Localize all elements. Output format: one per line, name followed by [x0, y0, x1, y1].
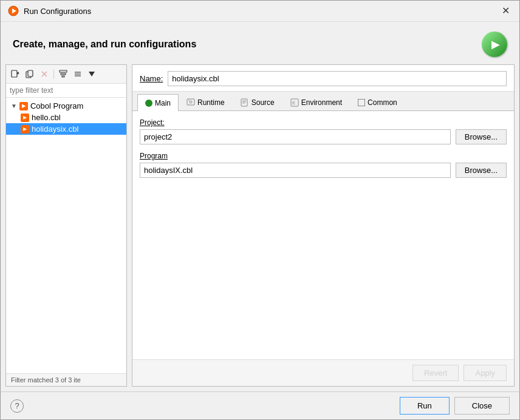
dialog-title: Run Configurations	[24, 7, 91, 16]
right-panel: Name: Main Runtime	[132, 64, 515, 387]
tab-runtime[interactable]: Runtime	[179, 94, 233, 110]
common-tab-icon	[358, 99, 365, 106]
dialog-header-title: Create, manage, and run configurations	[13, 39, 196, 50]
run-icon	[482, 32, 507, 57]
program-browse-button[interactable]: Browse...	[456, 163, 507, 178]
project-input[interactable]	[140, 129, 451, 144]
apply-button[interactable]: Apply	[464, 365, 507, 381]
svg-rect-11	[62, 76, 64, 77]
program-input[interactable]	[140, 163, 451, 178]
svg-rect-9	[60, 70, 67, 72]
tab-environment-label: Environment	[301, 98, 342, 107]
svg-rect-6	[28, 70, 33, 76]
title-bar-left: Run Configurations	[8, 5, 91, 16]
help-button[interactable]: ?	[10, 399, 24, 413]
project-field-row: Browse...	[140, 129, 507, 144]
duplicate-button[interactable]	[23, 67, 36, 81]
tab-environment[interactable]: E Environment	[282, 94, 350, 110]
tab-source-label: Source	[251, 98, 275, 107]
configuration-tabs: Main Runtime	[132, 92, 514, 111]
tree-root-node[interactable]: ▼ ▶ Cobol Program	[6, 100, 126, 112]
left-panel: ▼ ▶ Cobol Program ▶ hello.cbl ▶ holidays…	[5, 64, 127, 387]
left-toolbar	[6, 65, 126, 84]
svg-rect-19	[241, 99, 247, 106]
source-tab-icon	[241, 98, 249, 107]
dialog-header: Create, manage, and run configurations	[1, 22, 519, 64]
tab-content-main: Project: Browse... Program Browse...	[132, 111, 514, 359]
toolbar-separator	[53, 69, 54, 79]
runtime-tab-icon	[186, 98, 195, 107]
tree-root-label: Cobol Program	[30, 101, 83, 110]
main-tab-icon	[145, 100, 152, 107]
svg-rect-2	[12, 70, 17, 77]
tab-main-label: Main	[155, 99, 171, 107]
tree-item-hello[interactable]: ▶ hello.cbl	[6, 112, 126, 123]
revert-button[interactable]: Revert	[412, 365, 459, 381]
collapse-button[interactable]	[71, 67, 84, 81]
configuration-tree: ▼ ▶ Cobol Program ▶ hello.cbl ▶ holidays…	[6, 98, 126, 373]
delete-button[interactable]	[38, 67, 51, 81]
run-configurations-dialog: Run Configurations ✕ Create, manage, and…	[0, 0, 520, 420]
svg-marker-15	[89, 72, 95, 76]
dropdown-button[interactable]	[86, 70, 98, 78]
dialog-body: ▼ ▶ Cobol Program ▶ hello.cbl ▶ holidays…	[1, 64, 519, 391]
file-icon-holidaysix: ▶	[21, 125, 29, 134]
tree-item-holidaysix[interactable]: ▶ holidaysix.cbl	[6, 123, 126, 135]
expand-icon: ▼	[11, 103, 17, 109]
svg-rect-10	[61, 73, 66, 75]
program-field-row: Browse...	[140, 163, 507, 178]
environment-tab-icon: E	[290, 98, 299, 107]
app-icon	[8, 5, 19, 16]
tab-main[interactable]: Main	[137, 94, 179, 111]
filter-input[interactable]	[6, 84, 126, 98]
cobol-program-icon: ▶	[19, 102, 28, 110]
tab-common-label: Common	[368, 98, 397, 107]
project-browse-button[interactable]: Browse...	[456, 129, 507, 144]
filter-status: Filter matched 3 of 3 ite	[6, 373, 126, 386]
project-label: Project:	[140, 118, 507, 127]
tab-source[interactable]: Source	[233, 94, 282, 110]
close-button[interactable]: Close	[454, 397, 510, 415]
svg-point-17	[190, 101, 192, 103]
filter-button[interactable]	[56, 67, 70, 81]
tree-item-hello-label: hello.cbl	[32, 113, 61, 122]
name-row: Name:	[132, 65, 514, 92]
tree-item-holidaysix-label: holidaysix.cbl	[32, 124, 78, 134]
dialog-footer: ? Run Close	[1, 391, 519, 419]
program-label: Program	[140, 152, 507, 160]
tab-runtime-label: Runtime	[197, 98, 225, 107]
program-field-group: Program Browse...	[140, 152, 507, 178]
svg-text:E: E	[292, 100, 295, 106]
name-label: Name:	[140, 74, 163, 83]
svg-rect-16	[187, 99, 194, 105]
name-input[interactable]	[168, 71, 507, 86]
project-field-group: Project: Browse...	[140, 118, 507, 144]
close-icon[interactable]: ✕	[499, 6, 512, 16]
file-icon-hello: ▶	[21, 113, 29, 122]
tab-common[interactable]: Common	[350, 94, 405, 110]
title-bar: Run Configurations ✕	[1, 1, 519, 22]
action-bar: Revert Apply	[132, 359, 514, 386]
new-button[interactable]	[9, 67, 22, 81]
run-button[interactable]: Run	[400, 397, 450, 415]
footer-buttons: Run Close	[400, 397, 510, 415]
